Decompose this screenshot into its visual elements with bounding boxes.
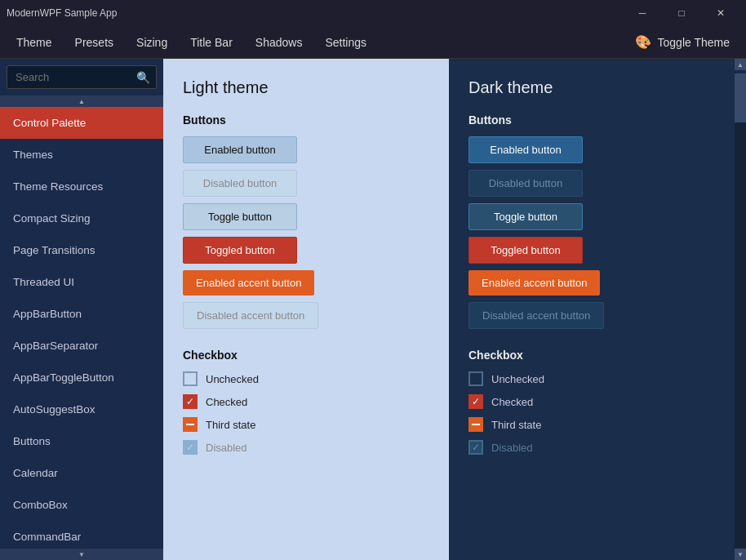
sidebar-scroll-area: Control Palette Themes Theme Resources C… xyxy=(0,107,163,549)
sidebar-item-page-transitions[interactable]: Page Transitions xyxy=(0,234,163,266)
toggle-theme-button[interactable]: 🎨 Toggle Theme xyxy=(625,29,739,55)
light-disabled-button: Disabled button xyxy=(183,170,297,197)
menu-sizing[interactable]: Sizing xyxy=(127,31,177,54)
search-icon: 🔍 xyxy=(136,71,150,84)
sidebar-item-buttons[interactable]: Buttons xyxy=(0,425,163,457)
sidebar-item-appbarbutton[interactable]: AppBarButton xyxy=(0,298,163,330)
menu-presets[interactable]: Presets xyxy=(65,31,123,54)
toggle-theme-icon: 🎨 xyxy=(635,34,651,50)
light-checkbox-section-title: Checkbox xyxy=(183,349,429,362)
light-checkbox-unchecked[interactable] xyxy=(183,371,198,386)
light-accent-disabled-button: Disabled accent button xyxy=(183,302,318,329)
menu-items: Theme Presets Sizing Title Bar Shadows S… xyxy=(7,31,376,54)
sidebar-item-control-palette[interactable]: Control Palette xyxy=(0,107,163,139)
light-checkbox-checked[interactable]: ✓ xyxy=(183,394,198,409)
dark-checkbox-checked-label: Checked xyxy=(491,396,533,408)
dark-checkbox-unchecked-row: Unchecked xyxy=(468,371,715,386)
dark-checkbox-third[interactable] xyxy=(468,417,483,432)
light-checkbox-disabled-row: ✓ Disabled xyxy=(183,440,429,455)
light-buttons-group: Enabled button Disabled button Toggle bu… xyxy=(183,136,429,329)
sidebar-item-compact-sizing[interactable]: Compact Sizing xyxy=(0,202,163,234)
sidebar-item-threaded-ui[interactable]: Threaded UI xyxy=(0,266,163,298)
dark-checkbox-checked[interactable]: ✓ xyxy=(468,394,483,409)
light-checkbox-third-row: Third state xyxy=(183,417,429,432)
light-checkbox-disabled: ✓ xyxy=(183,440,198,455)
dark-buttons-group: Enabled button Disabled button Toggle bu… xyxy=(468,136,715,329)
dark-disabled-button: Disabled button xyxy=(468,170,583,197)
dark-checkbox-disabled-label: Disabled xyxy=(491,442,533,454)
light-theme-panel: Light theme Buttons Enabled button Disab… xyxy=(163,59,449,560)
light-accent-button[interactable]: Enabled accent button xyxy=(183,270,314,296)
titlebar: ModernWPF Sample App ─ □ ✕ xyxy=(0,0,746,26)
sidebar-item-theme-resources[interactable]: Theme Resources xyxy=(0,171,163,202)
close-button[interactable]: ✕ xyxy=(702,0,739,26)
search-box: 🔍 xyxy=(7,65,157,89)
light-checkbox-disabled-label: Disabled xyxy=(206,442,247,454)
dark-checkbox-group: Unchecked ✓ Checked Third state ✓ Disabl… xyxy=(468,371,715,455)
dark-checkbox-disabled-row: ✓ Disabled xyxy=(468,440,715,455)
sidebar-item-calendar[interactable]: Calendar xyxy=(0,457,163,489)
dark-checkbox-section-title: Checkbox xyxy=(468,349,715,362)
light-checkbox-third[interactable] xyxy=(183,417,198,432)
maximize-button[interactable]: □ xyxy=(663,0,700,26)
light-checkbox-checked-row: ✓ Checked xyxy=(183,394,429,409)
dark-checkbox-third-row: Third state xyxy=(468,417,715,432)
sidebar: 🔍 ▲ Control Palette Themes Theme Resourc… xyxy=(0,59,163,560)
light-checkbox-checked-label: Checked xyxy=(206,396,247,408)
menu-shadows[interactable]: Shadows xyxy=(246,31,313,54)
outer-scroll-down-button[interactable]: ▼ xyxy=(735,549,746,560)
dark-checkbox-third-label: Third state xyxy=(491,419,541,431)
window-controls: ─ □ ✕ xyxy=(624,0,739,26)
dark-accent-disabled-button: Disabled accent button xyxy=(468,302,604,329)
dark-buttons-section-title: Buttons xyxy=(468,113,715,127)
minimize-button[interactable]: ─ xyxy=(624,0,661,26)
light-buttons-section-title: Buttons xyxy=(183,113,429,127)
light-toggle-button[interactable]: Toggle button xyxy=(183,203,297,230)
outer-scroll-thumb[interactable] xyxy=(735,73,746,122)
dark-toggled-button[interactable]: Toggled button xyxy=(468,237,583,264)
search-input[interactable] xyxy=(7,65,157,89)
sidebar-scroll-down[interactable]: ▼ xyxy=(0,549,163,560)
light-panel-title: Light theme xyxy=(183,78,429,97)
dark-checkbox-unchecked[interactable] xyxy=(468,371,483,386)
sidebar-item-appbarseparator[interactable]: AppBarSeparator xyxy=(0,330,163,362)
menu-theme[interactable]: Theme xyxy=(7,31,62,54)
sidebar-item-themes[interactable]: Themes xyxy=(0,139,163,171)
light-checkbox-third-label: Third state xyxy=(206,419,255,431)
dark-checkbox-checked-row: ✓ Checked xyxy=(468,394,715,409)
dark-checkbox-disabled: ✓ xyxy=(468,440,483,455)
light-checkbox-group: Unchecked ✓ Checked Third state ✓ Disabl… xyxy=(183,371,429,455)
sidebar-item-commandbar[interactable]: CommandBar xyxy=(0,521,163,549)
outer-scrollbar: ▲ ▼ xyxy=(735,59,746,560)
sidebar-item-appbartogglebutton[interactable]: AppBarToggleButton xyxy=(0,362,163,393)
dark-panel-title: Dark theme xyxy=(468,78,715,97)
menu-settings[interactable]: Settings xyxy=(315,31,376,54)
menu-titlebar[interactable]: Title Bar xyxy=(180,31,242,54)
light-enabled-button[interactable]: Enabled button xyxy=(183,136,297,163)
light-checkbox-unchecked-row: Unchecked xyxy=(183,371,429,386)
light-toggled-button[interactable]: Toggled button xyxy=(183,237,297,264)
light-checkbox-unchecked-label: Unchecked xyxy=(206,373,259,385)
menubar: Theme Presets Sizing Title Bar Shadows S… xyxy=(0,26,746,59)
sidebar-scroll-up[interactable]: ▲ xyxy=(0,96,163,107)
outer-scroll-track xyxy=(735,122,746,549)
app-title: ModernWPF Sample App xyxy=(7,7,117,19)
dark-checkbox-unchecked-label: Unchecked xyxy=(491,373,544,385)
dark-theme-panel: Dark theme Buttons Enabled button Disabl… xyxy=(449,59,735,560)
sidebar-item-combobox[interactable]: ComboBox xyxy=(0,489,163,521)
toggle-theme-label: Toggle Theme xyxy=(658,36,730,49)
app-body: 🔍 ▲ Control Palette Themes Theme Resourc… xyxy=(0,59,746,560)
dark-toggle-button[interactable]: Toggle button xyxy=(468,203,583,230)
content-area: Light theme Buttons Enabled button Disab… xyxy=(163,59,746,560)
dark-accent-button[interactable]: Enabled accent button xyxy=(468,270,600,296)
dark-enabled-button[interactable]: Enabled button xyxy=(468,136,583,163)
sidebar-item-autosuggestbox[interactable]: AutoSuggestBox xyxy=(0,393,163,425)
outer-scroll-up-button[interactable]: ▲ xyxy=(735,59,746,70)
